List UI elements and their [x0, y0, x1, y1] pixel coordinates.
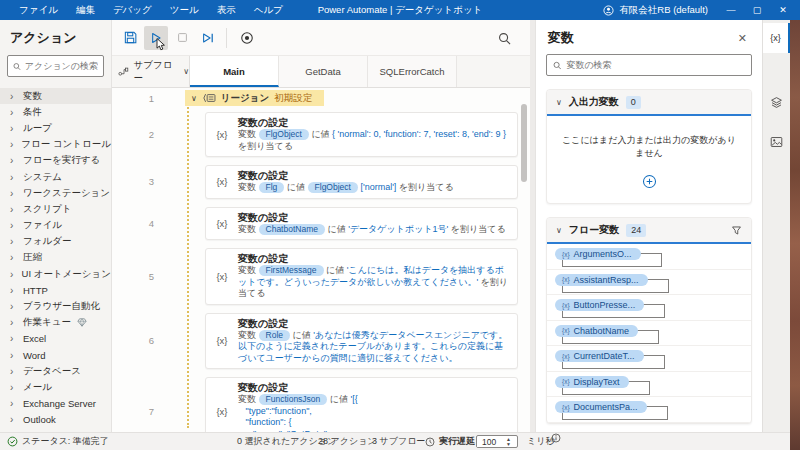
sidebar-item[interactable]: ›ワークステーション	[0, 185, 111, 201]
variable-pill[interactable]: {x}AssistantResp...	[555, 274, 648, 286]
subflow-icon	[118, 66, 129, 77]
sidebar-item[interactable]: ›フロー コントロール	[0, 137, 111, 153]
action-card-body: 変数の設定変数 ChatbotName に値 'データゲットボット1号' を割り…	[238, 212, 509, 236]
menu-item-表示[interactable]: 表示	[208, 0, 245, 20]
run-button[interactable]	[144, 26, 168, 50]
description-text: を割り当てる	[396, 182, 453, 192]
action-card[interactable]: {x}変数の設定変数 Flg に値 FlgObject ['normal'] を…	[205, 165, 518, 199]
sidebar-item[interactable]: ›変数	[0, 88, 111, 104]
sidebar-item[interactable]: ›スクリプト	[0, 201, 111, 217]
sidebar-item[interactable]: ›ファイル	[0, 218, 111, 234]
sidebar-item-label: スクリプト	[23, 203, 72, 216]
variable-pill: FlgObject	[259, 129, 309, 140]
canvas-scrollbar[interactable]	[521, 104, 527, 182]
stop-icon	[176, 31, 189, 44]
sidebar-item[interactable]: ›ブラウザー自動化	[0, 298, 111, 314]
flow-variable-row[interactable]: {x}DocumentsPa...	[547, 397, 751, 423]
run-delay-input[interactable]	[477, 437, 505, 447]
variables-tab[interactable]: {x}	[763, 23, 790, 53]
action-card[interactable]: {x}変数の設定変数 FlgObject に値 { 'normal': 0, '…	[205, 112, 518, 157]
close-icon[interactable]: ✕	[735, 32, 750, 45]
variable-pill: FunctionsJson	[259, 394, 328, 405]
sidebar-item[interactable]: ›Word	[0, 347, 111, 363]
sidebar-item[interactable]: ›メール	[0, 379, 111, 395]
sidebar-item[interactable]: ›Exchange Server	[0, 396, 111, 412]
variable-pill[interactable]: {x}DocumentsPa...	[555, 401, 647, 413]
action-card-body: 変数の設定変数 FirstMessage に値 'こんにちは。私はデータを抽出す…	[238, 253, 509, 300]
menu-item-ヘルプ[interactable]: ヘルプ	[245, 0, 292, 20]
run-delay-stepper[interactable]: ▲▼	[476, 435, 518, 448]
sidebar-item[interactable]: ›データベース	[0, 363, 111, 379]
subflow-dropdown[interactable]: サブフロー ∨	[112, 56, 190, 87]
close-button[interactable]: ✕	[770, 0, 796, 20]
minimize-button[interactable]: —	[718, 0, 744, 20]
description-text: に値	[327, 394, 350, 404]
region-start-marker[interactable]: ∨リージョン初期設定	[185, 90, 324, 106]
flow-variable-row[interactable]: {x}DisplayText	[547, 372, 751, 398]
action-card[interactable]: {x}変数の設定変数 FunctionsJson に値 '[{ "type":"…	[205, 377, 518, 432]
variable-pill[interactable]: {x}ArgumentsO...	[555, 248, 641, 260]
menu-item-ツール[interactable]: ツール	[161, 0, 208, 20]
flow-canvas[interactable]: 1∨リージョン初期設定2{x}変数の設定変数 FlgObject に値 { 'n…	[112, 88, 530, 432]
menu-item-デバッグ[interactable]: デバッグ	[104, 0, 161, 20]
row-number: 7	[112, 406, 168, 417]
variable-pill[interactable]: {x}CurrentDateT...	[555, 350, 644, 362]
account-button[interactable]: 有限会社RB (default)	[603, 4, 708, 17]
images-tab[interactable]	[763, 129, 790, 155]
layers-icon	[770, 96, 783, 109]
variables-search-input[interactable]	[566, 60, 745, 70]
sidebar-item[interactable]: ›システム	[0, 169, 111, 185]
action-card-body: 変数の設定変数 FunctionsJson に値 '[{ "type":"fun…	[238, 382, 509, 432]
tab-Main[interactable]: Main	[190, 56, 279, 87]
variable-pill[interactable]: {x}ButtonPresse...	[555, 299, 644, 311]
actions-search-input[interactable]	[25, 61, 98, 71]
sidebar-item[interactable]: ›作業キュー	[0, 315, 111, 331]
action-title: 変数の設定	[238, 253, 509, 265]
variable-icon: {x}	[562, 378, 570, 385]
sidebar-item[interactable]: ›フォルダー	[0, 234, 111, 250]
description-value: 'データゲットボット1号'	[348, 224, 448, 234]
flow-variable-row[interactable]: {x}ArgumentsO...	[547, 244, 751, 270]
flow-variable-row[interactable]: {x}AssistantResp...	[547, 270, 751, 296]
ui-elements-tab[interactable]	[763, 89, 790, 115]
variable-pill[interactable]: {x}DisplayText	[555, 376, 629, 388]
tab-GetData[interactable]: GetData	[279, 56, 368, 87]
save-button[interactable]	[118, 26, 142, 50]
add-io-variable-button[interactable]	[559, 174, 739, 189]
variable-icon: {x}	[562, 251, 570, 258]
sidebar-item[interactable]: ›UI オートメーション	[0, 266, 111, 282]
flow-variable-row[interactable]: {x}ButtonPresse...	[547, 295, 751, 321]
sidebar-item[interactable]: ›Outlook	[0, 412, 111, 428]
flow-variable-row[interactable]: {x}CurrentDateT...	[547, 346, 751, 372]
sidebar-item-label: 条件	[23, 106, 42, 119]
action-title: 変数の設定	[238, 117, 509, 129]
flow-variables-header[interactable]: ∨ フロー変数 24	[547, 218, 751, 244]
flow-search-button[interactable]	[492, 26, 516, 50]
run-next-action-button[interactable]	[196, 26, 220, 50]
premium-icon	[77, 318, 87, 327]
menu-item-ファイル[interactable]: ファイル	[10, 0, 67, 20]
record-icon	[240, 31, 254, 45]
info-icon[interactable]	[551, 433, 561, 443]
sidebar-item[interactable]: ›条件	[0, 104, 111, 120]
action-card[interactable]: {x}変数の設定変数 FirstMessage に値 'こんにちは。私はデータを…	[205, 248, 518, 305]
tab-SQLErrorCatch[interactable]: SQLErrorCatch	[368, 56, 457, 87]
actions-search-box[interactable]	[7, 55, 104, 77]
action-card[interactable]: {x}変数の設定変数 Role に値 'あなたは優秀なデータベースエンジニアです…	[205, 313, 518, 370]
maximize-button[interactable]: ▢	[744, 0, 770, 20]
chevron-down-icon[interactable]: ▼	[506, 442, 511, 447]
record-button[interactable]	[235, 26, 259, 50]
sidebar-item[interactable]: ›圧縮	[0, 250, 111, 266]
menu-item-編集[interactable]: 編集	[67, 0, 104, 20]
action-card[interactable]: {x}変数の設定変数 ChatbotName に値 'データゲットボット1号' …	[205, 207, 518, 241]
sidebar-item[interactable]: ›HTTP	[0, 282, 111, 298]
variables-search-box[interactable]	[546, 54, 752, 76]
variable-pill[interactable]: {x}ChatbotName	[555, 325, 638, 337]
sidebar-item[interactable]: ›フローを実行する	[0, 153, 111, 169]
stepper-arrows[interactable]: ▲▼	[506, 437, 511, 447]
filter-icon[interactable]	[731, 225, 742, 236]
sidebar-item[interactable]: ›Excel	[0, 331, 111, 347]
sidebar-item[interactable]: ›ループ	[0, 120, 111, 136]
flow-variable-row[interactable]: {x}ChatbotName	[547, 321, 751, 347]
io-variables-header[interactable]: ∨ 入出力変数 0	[547, 90, 751, 116]
